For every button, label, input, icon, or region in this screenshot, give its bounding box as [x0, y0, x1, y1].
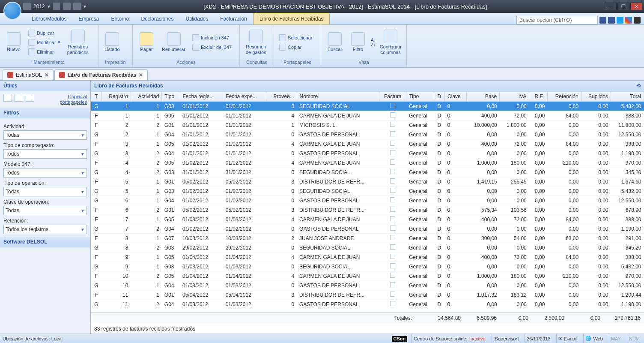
factura-checkbox[interactable]	[390, 226, 395, 231]
menu-tab-5[interactable]: Facturación	[214, 13, 253, 24]
table-row[interactable]: G32G0401/01/201201/01/20120GASTOS DE PER…	[91, 149, 644, 158]
factura-checkbox[interactable]	[390, 216, 395, 221]
col-header-9[interactable]: Tipo	[406, 92, 434, 102]
search-input[interactable]	[516, 16, 598, 24]
table-row[interactable]: G61G0401/02/201201/02/20120GASTOS DE PER…	[91, 196, 644, 205]
filter-combo-0[interactable]: Todas▼	[3, 130, 87, 140]
col-header-1[interactable]: Registro	[102, 92, 131, 102]
cson-badge[interactable]: CSon	[392, 336, 408, 342]
table-row[interactable]: G112G0401/03/201201/03/20120GASTOS DE PE…	[91, 300, 644, 309]
factura-checkbox[interactable]	[390, 188, 395, 193]
menu-tab-2[interactable]: Entorno	[105, 13, 135, 24]
registros-periodicos-button[interactable]: Registros periódicos	[65, 29, 91, 55]
refresh-icon[interactable]: ⟲	[636, 83, 641, 89]
col-header-10[interactable]: D	[434, 92, 444, 102]
table-row[interactable]: F71G0501/03/201201/03/20124CARMEN GALA D…	[91, 215, 644, 224]
menu-tab-3[interactable]: Declaraciones	[135, 13, 179, 24]
filter-combo-1[interactable]: Todos▼	[3, 149, 87, 159]
factura-checkbox[interactable]	[390, 197, 395, 202]
factura-checkbox[interactable]	[390, 178, 395, 184]
incluir-347-button[interactable]: Incluir en 347	[191, 33, 233, 42]
util-tool-2[interactable]	[15, 94, 23, 102]
web-link[interactable]: 🌐 Web	[583, 334, 604, 343]
col-header-3[interactable]: Tipo	[162, 92, 180, 102]
factura-checkbox[interactable]	[390, 159, 395, 165]
col-header-14[interactable]: R.E.	[529, 92, 548, 102]
col-header-2[interactable]: Actividad	[131, 92, 161, 102]
table-row[interactable]: F51G0105/02/201205/02/20123DISTRIBUIDOR …	[91, 177, 644, 187]
util-tool-1[interactable]	[3, 94, 12, 102]
doc-tab-1[interactable]: Libro de Facturas Recibidas✕	[54, 69, 148, 80]
modificar-button[interactable]: Modificar ▾	[27, 38, 62, 47]
col-header-0[interactable]: T	[91, 92, 102, 102]
table-row[interactable]: F42G0501/02/201201/02/20124CARMEN GALA D…	[91, 158, 644, 168]
menu-tab-1[interactable]: Empresa	[72, 13, 105, 24]
factura-checkbox[interactable]	[390, 292, 395, 297]
seleccionar-button[interactable]: Seleccionar	[277, 33, 314, 42]
qat-lock-icon[interactable]	[63, 3, 71, 10]
app-logo-icon[interactable]	[3, 2, 21, 20]
filtro-button[interactable]: Filtro	[348, 31, 368, 53]
resumen-gastos-button[interactable]: Resumen de gastos	[243, 29, 269, 55]
orden-button[interactable]: A↓Z↓	[371, 38, 376, 47]
eliminar-button[interactable]: Eliminar	[27, 48, 62, 56]
table-row[interactable]: G21G0401/01/201201/01/20120GASTOS DE PER…	[91, 130, 644, 139]
doc-tab-0[interactable]: EstimaSOL✕	[3, 69, 54, 80]
twitter-icon[interactable]	[617, 17, 623, 24]
factura-checkbox[interactable]	[390, 254, 395, 259]
close-tab-icon[interactable]: ✕	[139, 72, 143, 78]
close-tab-icon[interactable]: ✕	[45, 72, 49, 78]
invoices-table[interactable]: TRegistroActividadTipoFecha regis...Fech…	[91, 91, 644, 309]
factura-checkbox[interactable]	[390, 169, 395, 174]
pagar-button[interactable]: Pagar	[136, 31, 157, 53]
search-go-icon[interactable]	[599, 17, 606, 24]
table-row[interactable]: F102G0501/04/201201/04/20124CARMEN GALA …	[91, 271, 644, 281]
maximize-button[interactable]: ❐	[617, 3, 629, 10]
menu-tab-6[interactable]: Libro de Facturas Recibidas	[253, 13, 330, 24]
factura-checkbox[interactable]	[390, 244, 395, 250]
renumerar-button[interactable]: Renumerar	[159, 31, 188, 53]
col-header-4[interactable]: Fecha regis...	[180, 92, 223, 102]
factura-checkbox[interactable]	[390, 122, 395, 127]
nuevo-button[interactable]: Nuevo	[3, 31, 24, 53]
factura-checkbox[interactable]	[390, 131, 395, 136]
buscar-button[interactable]: Buscar	[325, 31, 345, 53]
copiar-portapapeles-link[interactable]: Copiar al portapapeles	[60, 94, 87, 105]
menu-tab-4[interactable]: Utilidades	[179, 13, 214, 24]
factura-checkbox[interactable]	[390, 103, 395, 108]
copiar-button[interactable]: Copiar	[277, 43, 314, 51]
col-header-16[interactable]: Suplidos	[581, 92, 611, 102]
table-row[interactable]: G72G0401/02/201201/02/20120GASTOS DE PER…	[91, 224, 644, 234]
col-header-8[interactable]: Factura	[379, 92, 406, 102]
col-header-13[interactable]: IVA	[500, 92, 529, 102]
table-row[interactable]: G51G0301/02/201201/02/20120SEGURIDAD SOC…	[91, 187, 644, 196]
facebook-icon[interactable]	[608, 17, 615, 24]
menu-tab-0[interactable]: Libros/Módulos	[26, 13, 72, 24]
factura-checkbox[interactable]	[390, 273, 395, 278]
col-header-5[interactable]: Fecha expe...	[223, 92, 266, 102]
excluir-347-button[interactable]: Excluir del 347	[191, 43, 233, 51]
close-button[interactable]: ✕	[630, 3, 642, 10]
filter-combo-5[interactable]: Todos los registros▼	[3, 225, 87, 234]
factura-checkbox[interactable]	[390, 141, 395, 146]
configurar-columnas-button[interactable]: Configurar columnas	[379, 29, 403, 55]
factura-checkbox[interactable]	[390, 263, 395, 268]
table-row[interactable]: G91G0301/03/201201/03/20120SEGURIDAD SOC…	[91, 262, 644, 271]
filter-combo-3[interactable]: Todas▼	[3, 187, 87, 196]
table-row[interactable]: F11G0501/01/201201/01/20124CARMEN GALA D…	[91, 111, 644, 120]
qat-doc-icon[interactable]	[23, 3, 31, 10]
software-delsol-header[interactable]: Software DELSOL	[0, 237, 90, 247]
qat-refresh-icon[interactable]	[73, 3, 81, 10]
table-row[interactable]: G82G0329/02/201229/02/20120SEGURIDAD SOC…	[91, 243, 644, 253]
table-row[interactable]: F111G0105/04/201205/04/20123DISTRIBUIDOR…	[91, 290, 644, 300]
listado-button[interactable]: Listado	[102, 31, 122, 53]
factura-checkbox[interactable]	[390, 282, 395, 287]
factura-checkbox[interactable]	[390, 112, 395, 117]
email-link[interactable]: ✉ E-mail	[556, 334, 579, 343]
help-icon[interactable]	[634, 17, 641, 24]
duplicar-button[interactable]: Duplicar	[27, 29, 62, 37]
col-header-6[interactable]: Provee...	[266, 92, 297, 102]
col-header-17[interactable]: Total	[611, 92, 644, 102]
table-row[interactable]: F22G0101/01/201201/01/20121MICROSIS S. L…	[91, 120, 644, 130]
table-row[interactable]: F81G0710/03/201210/03/20122JUAN JOSE AND…	[91, 234, 644, 243]
